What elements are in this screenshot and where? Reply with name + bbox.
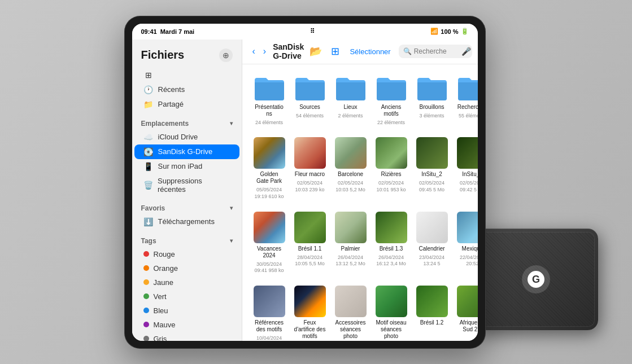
forward-button[interactable]: › (260, 44, 269, 59)
file-name-bresil12: Brésil 1.2 (420, 319, 444, 326)
folder-item-recherches[interactable]: Recherches 55 éléments (455, 73, 478, 129)
tag-dot-vert (143, 293, 149, 299)
sidebar-item-trash[interactable]: 🗑️ Suppressions récentes (134, 174, 239, 196)
file-item-palmier[interactable]: Palmier 26/04/2024 13:12 5,2 Mo (333, 209, 369, 277)
section-tags-header[interactable]: Tags ▾ (132, 235, 242, 247)
hd-logo-inner: G (528, 271, 544, 288)
file-item-insitu2[interactable]: InSitu_2 02/05/2024 09:45 5 Mo (414, 135, 450, 202)
battery-icon: 🔋 (461, 28, 469, 35)
sidebar-toggle-icon: ⊞ (143, 71, 154, 80)
favoris-chevron-icon: ▾ (230, 205, 233, 211)
sidebar-item-tag-bleu[interactable]: Bleu (134, 304, 239, 318)
sidebar-item-downloads[interactable]: ⬇️ Téléchargements (134, 214, 239, 229)
folder-add-button[interactable]: 📂 (307, 43, 324, 60)
sidebar-item-tag-orange[interactable]: Orange (134, 261, 239, 275)
file-item-barcelona[interactable]: Barcelone 02/05/2024 10:03 5,2 Mo (333, 135, 369, 202)
file-item-mexique[interactable]: Mexique 22/04/2024 20:52 (455, 209, 478, 277)
ipad-icon: 📱 (143, 162, 154, 171)
status-center: ⠿ (310, 28, 315, 35)
section-favoris: Favoris ▾ ⬇️ Téléchargements (132, 202, 242, 229)
file-meta-palmier: 26/04/2024 13:12 5,2 Mo (335, 255, 367, 267)
sidebar-item-tag-mauve[interactable]: Mauve (134, 318, 239, 332)
trash-label: Suppressions récentes (158, 177, 230, 194)
sidebar-item-icloud[interactable]: ☁️ iCloud Drive (134, 130, 239, 144)
file-item-bresil12[interactable]: Brésil 1.2 (414, 283, 450, 341)
wifi-icon: 📶 (430, 28, 438, 35)
tag-label-jaune: Jaune (154, 278, 173, 287)
folder-meta-presentations: 24 éléments (255, 120, 283, 126)
folder-name-sources: Sources (299, 104, 320, 111)
tag-dot-mauve (143, 322, 149, 327)
folder-item-presentations[interactable]: Présentations 24 éléments (251, 73, 287, 129)
folder-icon-anciens-motifs (376, 76, 407, 102)
section-favoris-label: Favoris (141, 204, 165, 212)
file-thumb-insitu2 (416, 137, 448, 169)
sidebar-item-tag-jaune[interactable]: Jaune (134, 275, 239, 290)
sidebar-more-button[interactable]: ⊕ (219, 49, 233, 62)
folder-item-sources[interactable]: Sources 54 éléments (292, 73, 328, 129)
file-meta-rizieres: 02/05/2024 10:01 953 ko (376, 180, 407, 193)
scene: G 09:41 Mardi 7 mai ⠿ 📶 100 % 🔋 (0, 0, 632, 364)
search-input[interactable] (414, 47, 459, 55)
file-item-gg[interactable]: Golden Gate Park 05/05/2024 19:19 610 ko (251, 135, 287, 202)
section-tags: Tags ▾ Rouge Orange Jaune Vert Bleu Mauv… (132, 235, 242, 341)
file-item-bresil13[interactable]: Brésil 1.3 26/04/2024 16:12 3,4 Mo (373, 209, 409, 277)
folder-meta-lieux: 2 éléments (338, 113, 363, 120)
file-item-rizieres[interactable]: Rizières 02/05/2024 10:01 953 ko (373, 135, 409, 202)
file-item-fleur[interactable]: Fleur macro 02/05/2024 10:03 239 ko (292, 135, 328, 202)
file-name-calendrier: Calendrier (419, 245, 444, 252)
back-button[interactable]: ‹ (249, 44, 259, 59)
icloud-icon: ☁️ (143, 133, 154, 142)
file-thumb-afrique (457, 286, 478, 317)
file-area: ‹ › SanDisk G-Drive 📂 ⊞ Sélectionner 🔍 (242, 40, 478, 341)
folder-icon-sources (294, 76, 326, 102)
file-meta-barcelona: 02/05/2024 10:03 5,2 Mo (335, 180, 367, 193)
sidebar-item-ipad[interactable]: 📱 Sur mon iPad (134, 159, 239, 174)
view-toggle-button[interactable]: ⊞ (329, 43, 342, 60)
section-tags-label: Tags (141, 237, 156, 245)
sidebar-item-toggle[interactable]: ⊞ (134, 68, 239, 82)
sidebar-item-sandisk[interactable]: 💽 SanDisk G-Drive (134, 144, 239, 159)
emplacements-chevron-icon: ▾ (230, 120, 233, 126)
ipad-screen: 09:41 Mardi 7 mai ⠿ 📶 100 % 🔋 Fichiers ⊕ (132, 24, 478, 341)
file-item-refs[interactable]: Références des motifs 10/04/2024 13:23 5… (251, 283, 287, 341)
file-item-bresil11[interactable]: Brésil 1.1 28/04/2024 10:05 5,5 Mo (292, 209, 328, 277)
recents-label: Récents (158, 85, 185, 94)
section-favoris-header[interactable]: Favoris ▾ (132, 202, 242, 214)
toolbar: ‹ › SanDisk G-Drive 📂 ⊞ Sélectionner 🔍 (242, 40, 478, 64)
file-item-motif[interactable]: Motif oiseau séances photo 18/03/2024 13… (373, 283, 409, 341)
sidebar: Fichiers ⊕ ⊞ 🕐 Récents 📁 Partagé (132, 40, 242, 341)
file-item-insitu3[interactable]: InSitu_3 02/05/2024 09:42 5 Mo (455, 135, 478, 202)
file-name-rizieres: Rizières (381, 171, 401, 178)
file-item-feux[interactable]: Feux d'artifice des motifs 04/04/2024 22… (292, 283, 328, 341)
sidebar-item-tag-rouge[interactable]: Rouge (134, 247, 239, 261)
file-item-afrique[interactable]: Afrique du Sud 2.1 (455, 283, 478, 341)
tag-label-mauve: Mauve (154, 321, 176, 329)
file-name-fleur: Fleur macro (295, 171, 325, 178)
tag-dot-gris (143, 336, 149, 341)
folder-item-brouillons[interactable]: Brouillons 3 éléments (414, 73, 450, 129)
sidebar-item-tag-vert[interactable]: Vert (134, 290, 239, 304)
select-button[interactable]: Sélectionner (346, 45, 394, 58)
mic-icon[interactable]: 🎤 (461, 47, 471, 56)
folder-item-lieux[interactable]: Lieux 2 éléments (333, 73, 369, 129)
file-thumb-fleur (294, 137, 326, 169)
file-item-vacances[interactable]: Vacances 2024 30/05/2024 09:41 958 ko (251, 209, 287, 277)
sidebar-item-tag-gris[interactable]: Gris (134, 332, 239, 341)
section-emplacements-header[interactable]: Emplacements ▾ (132, 117, 242, 130)
tag-label-vert: Vert (154, 292, 167, 301)
folder-icon-presentations (254, 76, 285, 102)
icloud-label: iCloud Drive (158, 133, 198, 141)
tag-label-rouge: Rouge (154, 250, 175, 258)
file-item-calendrier[interactable]: Calendrier 23/04/2024 13:24 5 (414, 209, 450, 277)
file-meta-gg: 05/05/2024 19:19 610 ko (254, 187, 285, 200)
folder-item-anciens-motifs[interactable]: Anciens motifs 22 éléments (373, 73, 409, 129)
sidebar-item-recents[interactable]: 🕐 Récents (134, 82, 239, 97)
file-meta-refs: 10/04/2024 13:23 51 ko (254, 335, 285, 341)
app-area: Fichiers ⊕ ⊞ 🕐 Récents 📁 Partagé (132, 40, 478, 341)
file-item-accessoires[interactable]: Accessoires séances photo 21/03/2024 17:… (333, 283, 369, 341)
sidebar-item-shared[interactable]: 📁 Partagé (134, 97, 239, 112)
folder-meta-brouillons: 3 éléments (419, 113, 444, 120)
downloads-label: Téléchargements (158, 217, 215, 226)
breadcrumb-location: SanDisk G-Drive (273, 42, 304, 60)
